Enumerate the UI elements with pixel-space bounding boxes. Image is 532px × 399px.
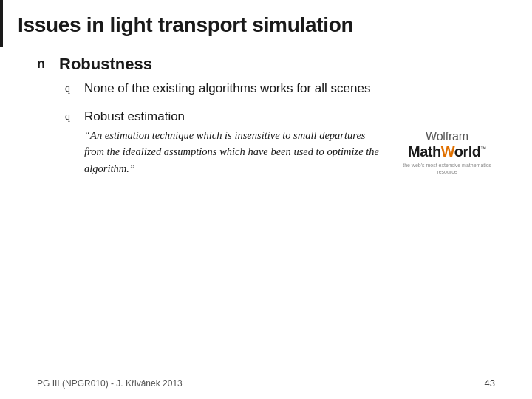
wolfram-logo: Wolfram Math World™ the web's most exten… xyxy=(399,130,495,175)
sub-bullet-2-marker: q xyxy=(65,111,75,123)
main-bullet: n Robustness xyxy=(37,55,495,74)
footer: PG III (NPGR010) - J. Křivánek 2013 43 xyxy=(0,378,532,389)
wolfram-mathworld-row: Math World™ xyxy=(408,143,486,160)
wolfram-math-text: Math xyxy=(408,143,441,160)
robust-block: Robust estimation “An estimation techniq… xyxy=(84,109,495,177)
wolfram-world-text: World™ xyxy=(441,143,486,160)
sub-bullet-1-marker: q xyxy=(65,83,75,95)
footer-citation: PG III (NPGR010) - J. Křivánek 2013 xyxy=(37,378,183,389)
quote-block: “An estimation technique which is insens… xyxy=(84,127,495,177)
sub-bullet-1: q None of the existing algorithms works … xyxy=(65,80,495,98)
wolfram-tagline: the web's most extensive mathematics res… xyxy=(399,162,495,175)
wolfram-main-text: Wolfram xyxy=(426,130,468,143)
main-bullet-label: Robustness xyxy=(59,55,152,74)
sub-bullet-2: q Robust estimation “An estimation techn… xyxy=(65,108,495,177)
robust-title: Robust estimation xyxy=(84,109,495,124)
wolfram-tm: ™ xyxy=(480,146,486,152)
sub-bullets-container: q None of the existing algorithms works … xyxy=(65,80,495,177)
slide-title: Issues in light transport simulation xyxy=(18,13,353,36)
slide: Issues in light transport simulation n R… xyxy=(0,0,532,399)
wolfram-logo-row: Wolfram xyxy=(426,130,468,143)
footer-page: 43 xyxy=(485,378,495,389)
main-bullet-marker: n xyxy=(37,56,49,72)
content-area: n Robustness q None of the existing algo… xyxy=(0,47,532,194)
quote-text: “An estimation technique which is insens… xyxy=(84,127,387,177)
sub-bullet-1-text: None of the existing algorithms works fo… xyxy=(84,80,370,98)
title-bar: Issues in light transport simulation xyxy=(0,0,532,47)
